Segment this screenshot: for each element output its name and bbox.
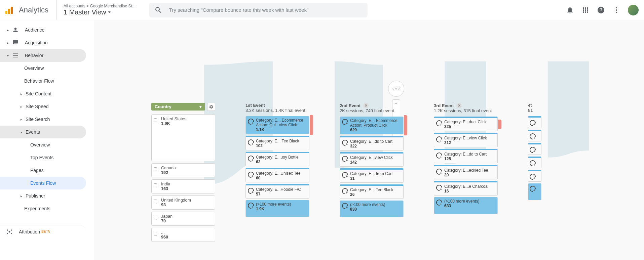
event-label: Category: E... Tee Black: [256, 139, 306, 143]
event-value: 1.1K: [256, 127, 306, 132]
more-icon[interactable]: [612, 6, 620, 14]
event-node[interactable]: Category: E...duct Click 225: [434, 117, 498, 131]
arrows-icon: →→: [154, 198, 159, 205]
person-icon: [12, 27, 19, 33]
country-node[interactable]: →→ United States 1.9K: [151, 114, 215, 161]
nav-behavior-flow[interactable]: Behavior Flow: [0, 75, 86, 87]
event-node[interactable]: (>100 more events) 1.9K: [245, 200, 309, 217]
arrows-icon: →→: [154, 117, 159, 123]
target-icon: [530, 186, 536, 192]
app-title: Analytics: [19, 6, 48, 14]
acquisition-icon: [12, 39, 19, 46]
event-node[interactable]: Category: E...Hoodie F/C 57: [245, 184, 309, 199]
dimension-selector[interactable]: Country▾: [151, 103, 205, 111]
target-icon: [342, 188, 348, 194]
help-icon[interactable]: [597, 6, 605, 14]
target-icon: [248, 203, 254, 209]
user-avatar[interactable]: [628, 5, 639, 15]
chevron-down-icon: ▾: [20, 130, 23, 134]
country-name: ...: [161, 230, 212, 235]
dropoff-indicator: [310, 115, 313, 135]
event-value: 102: [256, 143, 306, 148]
target-icon: [436, 136, 442, 142]
event-node[interactable]: [528, 157, 541, 168]
chevron-right-icon: ▸: [20, 92, 23, 96]
target-icon: [530, 174, 536, 180]
event-node[interactable]: (>100 more events) 830: [340, 201, 404, 217]
home-button[interactable]: ‹ ⌂ ›: [388, 81, 404, 97]
event-node[interactable]: Category: E...uoy Bottle 63: [245, 152, 309, 166]
event-node[interactable]: Category: E... Tee Black 102: [245, 136, 309, 150]
svg-point-4: [7, 229, 8, 230]
nav-site-speed[interactable]: ▸Site Speed: [0, 100, 86, 113]
event-node[interactable]: Category: E...view Click 142: [340, 152, 404, 167]
event-node[interactable]: [528, 116, 541, 128]
event-value: 26: [350, 192, 401, 197]
target-icon: [248, 119, 254, 125]
apps-icon[interactable]: [581, 6, 590, 14]
nav-experiments[interactable]: Experiments: [0, 202, 86, 215]
country-node[interactable]: →→ Japan 70: [151, 212, 215, 226]
svg-point-6: [7, 233, 8, 234]
close-column-button[interactable]: ✕: [456, 103, 462, 108]
event-value: 20: [444, 173, 495, 177]
target-icon: [436, 120, 442, 126]
column-title: 1st Event: [245, 103, 265, 108]
event-node[interactable]: Category: E...Unisex Tee 60: [245, 168, 309, 182]
search-input[interactable]: Try searching "Compare bounce rate this …: [149, 3, 368, 17]
nav-behavior-overview[interactable]: Overview: [0, 62, 86, 75]
country-node[interactable]: →→ United Kingdom 93: [151, 196, 215, 210]
column-title: 2nd Event: [340, 103, 361, 108]
nav-behavior[interactable]: ▾ Behavior: [0, 49, 86, 62]
svg-point-0: [616, 7, 617, 8]
nav-site-content[interactable]: ▸Site Content: [0, 87, 86, 100]
attribution-icon: [6, 228, 13, 235]
event-node[interactable]: Category: E... Tee Black 26: [340, 184, 404, 199]
settings-button[interactable]: [207, 103, 215, 111]
country-name: United States: [161, 117, 212, 121]
column-subtitle: 91: [528, 108, 541, 113]
nav-audience[interactable]: ▸ Audience: [0, 24, 86, 36]
country-value: 192: [161, 170, 212, 175]
notifications-icon[interactable]: [566, 6, 574, 14]
chevron-right-icon: ▸: [6, 28, 9, 32]
nav-top-events[interactable]: Top Events: [0, 151, 86, 164]
event-node[interactable]: Category: E... from Cart 31: [340, 168, 404, 183]
event-node[interactable]: Category: E...dd to Cart 125: [434, 149, 498, 163]
event-node[interactable]: (>100 more events) 633: [434, 197, 498, 214]
country-value: 163: [161, 186, 212, 191]
event-node[interactable]: Category: E...view Click 212: [434, 133, 498, 147]
event-label: (>100 more events): [444, 199, 495, 204]
country-node[interactable]: →→ ... 960: [151, 228, 215, 242]
chevron-right-icon: ▸: [20, 118, 23, 121]
nav-events-overview[interactable]: Overview: [0, 138, 86, 151]
event-node[interactable]: Category: E... Ecommerce Action: Product…: [340, 117, 404, 134]
close-column-button[interactable]: ✕: [363, 103, 369, 108]
event-label: Category: E...Unisex Tee: [256, 171, 306, 176]
country-node[interactable]: →→ India 163: [151, 179, 215, 193]
event-node[interactable]: [528, 183, 541, 200]
header-actions: [566, 5, 639, 15]
account-selector[interactable]: All accounts > Google Merchandise St... …: [56, 0, 142, 20]
nav-attribution[interactable]: Attribution BETA: [0, 225, 86, 238]
chevron-right-icon: ▸: [20, 105, 23, 109]
country-node[interactable]: →→ Canada 192: [151, 163, 215, 177]
column-header: 1st Event 3.3K sessions, 1.4K final even…: [245, 103, 309, 113]
event-label: (>100 more events): [350, 202, 401, 207]
nav-events[interactable]: ▾Events: [0, 126, 86, 138]
event-label: Category: E...view Click: [444, 136, 495, 140]
event-node[interactable]: [528, 143, 541, 155]
nav-pages[interactable]: Pages: [0, 164, 86, 177]
nav-acquisition[interactable]: ▸ Acquisition: [0, 36, 86, 49]
event-node[interactable]: Category: E...e Charcoal 16: [434, 181, 498, 196]
event-node[interactable]: Category: E...eckled Tee 20: [434, 165, 498, 179]
svg-point-5: [11, 229, 12, 230]
event-node[interactable]: [528, 130, 541, 141]
nav-events-flow[interactable]: Events Flow: [0, 177, 86, 189]
event-node[interactable]: Category: E...dd to Cart 322: [340, 136, 404, 150]
event-node[interactable]: Category: E... Ecommerce Action: Qui...v…: [245, 116, 309, 134]
target-icon: [530, 147, 536, 153]
event-node[interactable]: [528, 170, 541, 182]
nav-site-search[interactable]: ▸Site Search: [0, 113, 86, 126]
nav-publisher[interactable]: ▸Publisher: [0, 189, 86, 202]
